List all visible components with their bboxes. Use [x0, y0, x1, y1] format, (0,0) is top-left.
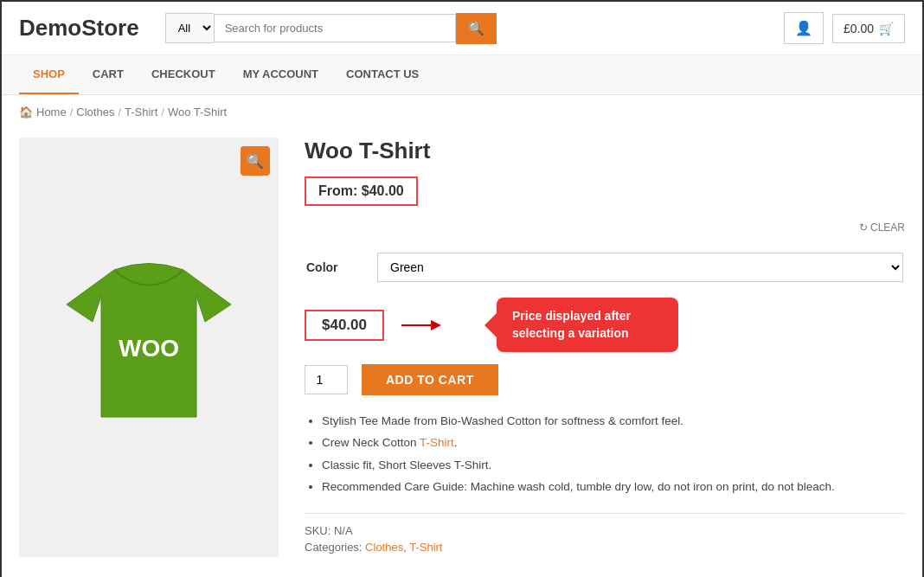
zoom-button[interactable]: 🔍: [241, 146, 270, 176]
callout-bubble: Price displayed after selecting a variat…: [497, 298, 678, 352]
categories-label: Categories:: [305, 541, 362, 554]
user-account-button[interactable]: 👤: [784, 12, 824, 44]
refresh-icon: ↻: [859, 221, 868, 234]
clear-label: CLEAR: [870, 221, 905, 234]
cart-button[interactable]: £0.00 🛒: [832, 14, 905, 43]
from-price-box: From: $40.00: [305, 176, 418, 206]
breadcrumb-tshirt[interactable]: T-Shirt: [125, 106, 157, 119]
breadcrumb-clothes[interactable]: Clothes: [76, 106, 114, 119]
categories-row: Categories: Clothes, T-Shirt: [305, 541, 905, 554]
zoom-icon: 🔍: [247, 153, 264, 170]
user-icon: 👤: [795, 21, 812, 35]
breadcrumb-sep2: /: [118, 106, 121, 119]
category-clothes[interactable]: Clothes: [365, 541, 403, 554]
header-right: 👤 £0.00 🛒: [784, 12, 905, 44]
desc-item-2: Crew Neck Cotton T-Shirt.: [322, 434, 905, 452]
home-icon: 🏠: [19, 106, 33, 119]
search-icon: 🔍: [468, 21, 484, 35]
description-list: Stylish Tee Made from Bio-Washed Cotton …: [305, 413, 905, 496]
from-label: From:: [318, 183, 357, 198]
product-image: WOO: [62, 253, 235, 443]
product-meta: SKU: N/A Categories: Clothes, T-Shirt: [305, 513, 905, 554]
sku-row: SKU: N/A: [305, 524, 905, 537]
price-callout-row: $40.00 Price displayed after selecting a…: [305, 298, 905, 352]
cart-amount: £0.00: [844, 22, 874, 35]
product-title: Woo T-Shirt: [305, 138, 905, 164]
product-description: Stylish Tee Made from Bio-Washed Cotton …: [305, 413, 905, 496]
color-row: Color Green Blue Red: [306, 247, 903, 287]
nav-item-myaccount[interactable]: MY ACCOUNT: [229, 55, 332, 94]
tshirt-link[interactable]: T-Shirt: [420, 436, 454, 449]
sku-label: SKU:: [305, 524, 330, 537]
product-image-container: 🔍 WOO: [19, 138, 279, 557]
arrow-connector: [401, 317, 445, 334]
nav-item-contact[interactable]: CONTACT US: [332, 55, 433, 94]
header: DemoStore All 🔍 👤 £0.00 🛒: [2, 2, 922, 55]
search-input[interactable]: [214, 14, 456, 42]
add-to-cart-row: ADD TO CART: [305, 364, 905, 395]
breadcrumb-current: Woo T-Shirt: [168, 106, 227, 119]
nav-item-shop[interactable]: SHOP: [19, 55, 79, 94]
breadcrumb-home[interactable]: Home: [36, 106, 67, 119]
variation-table: Color Green Blue Red: [305, 246, 905, 289]
nav-item-checkout[interactable]: CHECKOUT: [138, 55, 229, 94]
desc-item-1: Stylish Tee Made from Bio-Washed Cotton …: [322, 413, 905, 430]
breadcrumb: 🏠 Home / Clothes / T-Shirt / Woo T-Shirt: [2, 95, 922, 129]
search-category-select[interactable]: All: [165, 13, 214, 43]
desc-item-4: Recommended Care Guide: Machine wash col…: [322, 478, 905, 496]
variation-clear-row: ↻ CLEAR: [305, 221, 905, 234]
search-button[interactable]: 🔍: [456, 13, 497, 44]
nav-item-cart[interactable]: CART: [79, 55, 138, 94]
search-bar: All 🔍: [165, 13, 598, 44]
add-to-cart-button[interactable]: ADD TO CART: [362, 364, 498, 395]
logo: DemoStore: [19, 15, 139, 42]
sku-value: N/A: [334, 524, 353, 537]
color-select[interactable]: Green Blue Red: [377, 253, 903, 282]
from-price-value: $40.00: [362, 183, 404, 198]
breadcrumb-sep1: /: [70, 106, 74, 119]
clear-button[interactable]: ↻ CLEAR: [859, 221, 905, 234]
breadcrumb-sep3: /: [161, 106, 164, 119]
color-label: Color: [306, 247, 375, 287]
price-box: $40.00: [305, 310, 384, 341]
quantity-input[interactable]: [305, 365, 348, 394]
main-nav: SHOP CART CHECKOUT MY ACCOUNT CONTACT US: [2, 55, 922, 95]
product-page: 🔍 WOO Woo T-Shirt From: $40.00: [2, 129, 922, 577]
svg-text:WOO: WOO: [119, 335, 179, 362]
cart-icon: 🛒: [879, 22, 894, 35]
desc-item-3: Classic fit, Short Sleeves T-Shirt.: [322, 457, 905, 474]
callout-container: Price displayed after selecting a variat…: [497, 298, 678, 352]
category-tshirt[interactable]: T-Shirt: [409, 541, 442, 554]
product-details: Woo T-Shirt From: $40.00 ↻ CLEAR Color: [305, 138, 905, 557]
